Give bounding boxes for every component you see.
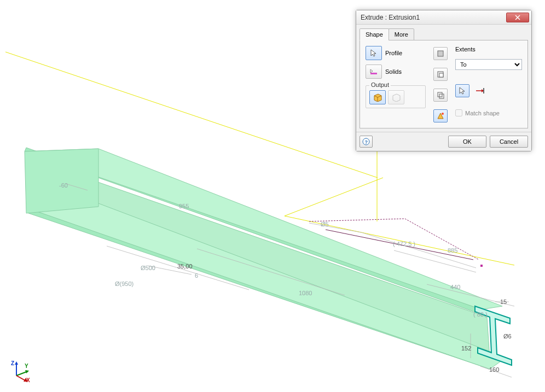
close-icon xyxy=(515,15,520,20)
dim-440: 440 xyxy=(450,284,460,290)
output-group: Output xyxy=(366,85,426,108)
svg-marker-9 xyxy=(25,149,98,213)
dim-160: 160 xyxy=(489,366,499,373)
axis-z-label: Z xyxy=(11,360,14,366)
svg-rect-22 xyxy=(480,265,483,267)
svg-marker-6 xyxy=(30,159,490,358)
output-solid-button[interactable] xyxy=(369,90,386,104)
svg-line-3 xyxy=(285,178,383,216)
svg-line-11 xyxy=(66,184,88,190)
boolean-cut-button[interactable] xyxy=(433,68,448,81)
dim-885: 885 xyxy=(448,247,457,254)
dim-152: 152 xyxy=(461,345,471,352)
svg-rect-39 xyxy=(439,73,443,77)
svg-rect-40 xyxy=(438,92,442,97)
help-button[interactable]: ? xyxy=(360,136,373,148)
dim-dia500: Ø500 xyxy=(141,265,155,271)
boolean-newsolid-button[interactable] xyxy=(433,109,448,122)
svg-point-43 xyxy=(442,113,444,115)
profile-label: Profile xyxy=(385,50,402,56)
join-icon xyxy=(437,50,444,57)
extents-terminator-button[interactable] xyxy=(473,84,487,97)
dim-4725: ( 472,5 ) xyxy=(393,241,415,247)
extrude-dialog: Extrude : Extrusion1 Shape More Prof xyxy=(356,10,532,151)
dim-6: 6 xyxy=(195,272,198,279)
svg-line-17 xyxy=(394,250,476,272)
svg-text:?: ? xyxy=(365,139,368,145)
tab-shape[interactable]: Shape xyxy=(360,28,389,40)
cursor-icon xyxy=(369,49,378,57)
to-terminator-icon xyxy=(476,87,484,95)
axis-y-label: Y xyxy=(25,363,28,369)
svg-marker-7 xyxy=(26,208,490,369)
svg-marker-4 xyxy=(25,148,482,314)
axis-x-label: X xyxy=(26,377,30,383)
extents-legend: Extents xyxy=(455,46,522,52)
axis-triad: Z Y X xyxy=(10,360,32,382)
solids-select-button[interactable] xyxy=(366,65,382,79)
output-legend: Output xyxy=(369,81,391,88)
tab-panel-shape: Profile Solids Output xyxy=(360,40,528,128)
solids-label: Solids xyxy=(385,68,402,75)
dim-1080: 1080 xyxy=(299,290,312,296)
tab-more[interactable]: More xyxy=(389,28,414,40)
svg-marker-33 xyxy=(370,69,373,73)
svg-marker-36 xyxy=(393,94,400,102)
output-surface-button[interactable] xyxy=(388,90,404,104)
ok-button[interactable]: OK xyxy=(448,136,486,148)
dim-35: 35,00 xyxy=(177,263,193,270)
svg-marker-24 xyxy=(15,361,18,365)
svg-marker-31 xyxy=(371,50,376,56)
svg-line-0 xyxy=(5,52,378,178)
svg-marker-5 xyxy=(25,149,502,309)
newsolid-icon xyxy=(437,112,444,120)
extents-select[interactable]: To xyxy=(455,59,522,70)
tab-strip: Shape More xyxy=(360,28,528,40)
surface-cube-icon xyxy=(391,93,401,102)
dim-dia6: Ø6 xyxy=(503,333,512,340)
match-shape-checkbox[interactable] xyxy=(455,109,462,116)
svg-marker-8 xyxy=(26,203,506,369)
svg-marker-44 xyxy=(460,87,465,94)
dialog-title: Extrude : Extrusion1 xyxy=(361,14,506,21)
dim-minus60: -60 xyxy=(59,182,68,189)
dim-955: 955 xyxy=(179,203,189,209)
extents-pick-button[interactable] xyxy=(455,84,469,97)
svg-marker-26 xyxy=(25,370,29,373)
cursor-icon xyxy=(459,87,466,95)
dim-15: 15 xyxy=(500,299,507,305)
boolean-intersect-button[interactable] xyxy=(433,89,448,102)
match-shape-label: Match shape xyxy=(465,110,500,116)
svg-rect-37 xyxy=(438,51,443,56)
svg-line-15 xyxy=(309,223,361,232)
dim-dia950: Ø(950) xyxy=(115,280,134,287)
intersect-icon xyxy=(437,91,444,99)
profile-select-button[interactable] xyxy=(366,46,382,60)
cut-icon xyxy=(437,71,444,78)
svg-rect-32 xyxy=(370,73,377,74)
dim-80: ( 80 ) xyxy=(473,311,488,318)
help-icon: ? xyxy=(362,138,370,145)
svg-rect-41 xyxy=(439,94,444,98)
svg-line-16 xyxy=(361,232,476,268)
solid-cube-icon xyxy=(373,93,382,102)
boolean-join-button[interactable] xyxy=(433,47,448,60)
dialog-titlebar[interactable]: Extrude : Extrusion1 xyxy=(356,10,531,25)
solids-icon xyxy=(369,67,378,76)
close-button[interactable] xyxy=(506,13,529,22)
cancel-button[interactable]: Cancel xyxy=(490,136,528,148)
dim-dia5: Ø5 xyxy=(321,221,329,227)
svg-line-14 xyxy=(197,249,345,295)
